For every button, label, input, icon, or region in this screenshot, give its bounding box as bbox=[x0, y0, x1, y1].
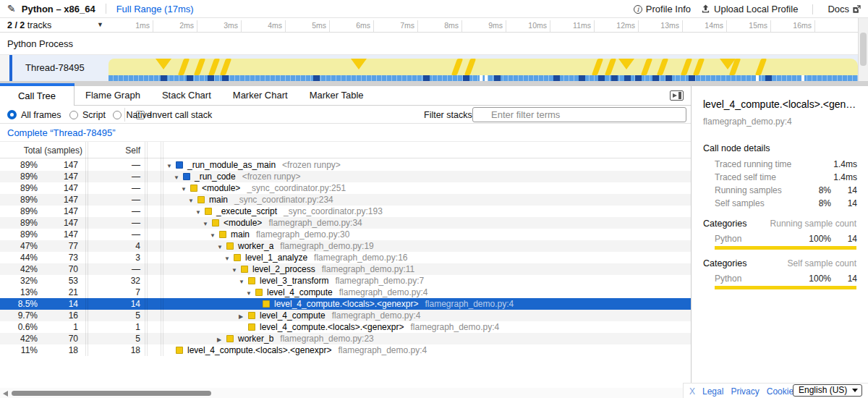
call-tree-row[interactable]: 89%147—▼_run_code<frozen runpy> bbox=[0, 171, 691, 182]
call-tree-row[interactable]: 44%733▼level_1_analyzeflamegraph_demo.py… bbox=[0, 252, 691, 263]
self-samples: — bbox=[132, 159, 140, 171]
full-range-link[interactable]: Full Range (17ms) bbox=[116, 4, 194, 14]
call-tree-row[interactable]: 42%70—▼level_2_processflamegraph_demo.py… bbox=[0, 263, 691, 275]
category-square-icon bbox=[190, 185, 197, 192]
thread-sample-strip[interactable] bbox=[109, 75, 858, 81]
call-tree-row[interactable]: 89%147—▼_run_module_as_main<frozen runpy… bbox=[0, 159, 691, 171]
ruler-tick-label: 2ms bbox=[162, 21, 194, 30]
scroll-left-arrow-icon[interactable] bbox=[3, 391, 8, 397]
category-bar bbox=[715, 246, 856, 250]
column-self[interactable]: Self bbox=[125, 145, 140, 156]
radio-all-frames[interactable]: All frames bbox=[7, 106, 61, 124]
track-marker-icon bbox=[681, 59, 692, 75]
timeline-scrollbar-thumb[interactable] bbox=[860, 33, 867, 66]
timeline-vertical-scrollbar[interactable] bbox=[858, 18, 868, 86]
selected-node-name: level_4_compute.<locals>.<genexpr> bbox=[703, 98, 859, 110]
tab-marker-table[interactable]: Marker Table bbox=[299, 86, 375, 105]
tab-marker-chart[interactable]: Marker Chart bbox=[222, 86, 299, 105]
horizontal-scrollbar-thumb[interactable] bbox=[12, 391, 211, 396]
sample-dark-segment bbox=[313, 75, 320, 81]
total-percent: 89% bbox=[20, 194, 38, 206]
detail-percent: 8% bbox=[819, 185, 831, 195]
call-tree-row[interactable]: 13%217▼level_4_computeflamegraph_demo.py… bbox=[0, 287, 691, 298]
file-location: flamegraph_demo.py:4 bbox=[410, 322, 499, 332]
detail-label: Self samples bbox=[715, 198, 765, 208]
function-name: level_3_transform bbox=[260, 276, 328, 286]
profile-info-button[interactable]: i Profile Info bbox=[634, 4, 691, 14]
column-total-samples[interactable]: Total (samples) bbox=[24, 145, 82, 156]
edit-profile-name-icon[interactable]: ✎ bbox=[7, 4, 16, 14]
file-location: _sync_coordinator.py:193 bbox=[284, 206, 383, 216]
footer-link-legal[interactable]: Legal bbox=[702, 386, 723, 397]
ruler-tick-label: 5ms bbox=[294, 21, 326, 30]
upload-profile-button[interactable]: Upload Local Profile bbox=[701, 4, 798, 14]
call-tree-row[interactable]: 47%774▼worker_aflamegraph_demo.py:19 bbox=[0, 240, 691, 252]
radio-native[interactable]: Native bbox=[113, 106, 151, 124]
filter-stacks-input[interactable] bbox=[472, 107, 686, 122]
call-tree-row[interactable]: 89%147—▼main_sync_coordinator.py:234 bbox=[0, 194, 691, 206]
radio-script[interactable]: Script bbox=[69, 106, 106, 124]
docs-link[interactable]: Docs bbox=[827, 4, 861, 14]
detail-value: 1.4ms bbox=[833, 159, 857, 169]
track-marker-icon bbox=[178, 59, 190, 75]
process-track[interactable]: Python Process bbox=[0, 33, 858, 55]
details-sidebar: level_4_compute.<locals>.<genexpr> flame… bbox=[691, 86, 868, 398]
total-samples: 73 bbox=[69, 252, 78, 263]
call-tree-row[interactable]: 89%147—▼<module>_sync_coordinator.py:251 bbox=[0, 182, 691, 194]
ruler-tick-line bbox=[153, 20, 153, 32]
file-location: flamegraph_demo.py:19 bbox=[280, 241, 373, 251]
call-tree-row[interactable]: 32%5332▼level_3_transformflamegraph_demo… bbox=[0, 275, 691, 287]
self-samples: — bbox=[132, 263, 140, 275]
function-name: _execute_script bbox=[216, 206, 277, 216]
total-percent: 11% bbox=[21, 344, 38, 356]
track-marker-icon bbox=[755, 59, 767, 75]
language-select[interactable]: English (US) bbox=[793, 384, 862, 397]
detail-label: Traced self time bbox=[715, 172, 776, 182]
detail-label: Traced running time bbox=[715, 159, 791, 169]
tab-stack-chart[interactable]: Stack Chart bbox=[151, 86, 222, 105]
self-samples: 7 bbox=[135, 287, 140, 298]
total-samples: 147 bbox=[64, 171, 78, 182]
category-square-icon bbox=[263, 300, 270, 308]
sample-dark-segment bbox=[579, 75, 585, 81]
thread-track[interactable]: Thread-78495 bbox=[0, 55, 858, 81]
breadcrumb[interactable]: Complete “Thread-78495” bbox=[7, 127, 116, 138]
track-marker-icon bbox=[220, 59, 231, 75]
file-location: flamegraph_demo.py:16 bbox=[314, 253, 407, 263]
footer-link-privacy[interactable]: Privacy bbox=[731, 386, 759, 397]
footer-x-link[interactable]: X bbox=[689, 386, 695, 397]
category-square-icon bbox=[183, 173, 190, 180]
call-tree-row[interactable]: 89%147—▼<module>flamegraph_demo.py:34 bbox=[0, 217, 691, 229]
self-samples: 5 bbox=[135, 310, 140, 321]
thread-activity-graph[interactable] bbox=[109, 59, 858, 75]
category-count: 14 bbox=[848, 274, 857, 284]
total-samples: 70 bbox=[69, 333, 78, 344]
file-location: flamegraph_demo.py:4 bbox=[338, 345, 427, 355]
call-node-details-header: Call node details bbox=[703, 143, 770, 153]
tracks-dropdown-icon[interactable]: ▼ bbox=[97, 21, 103, 28]
radio-icon bbox=[113, 111, 122, 119]
total-percent: 0.6% bbox=[18, 321, 38, 333]
horizontal-scrollbar[interactable] bbox=[0, 388, 683, 398]
ruler-tick-label: 7ms bbox=[383, 21, 414, 30]
total-samples: 147 bbox=[64, 217, 78, 229]
call-tree-row[interactable]: 89%147—▼mainflamegraph_demo.py:30 bbox=[0, 229, 691, 240]
file-location: _sync_coordinator.py:234 bbox=[234, 195, 333, 205]
ruler-tick-label: 6ms bbox=[339, 21, 370, 30]
call-tree-row[interactable]: 11%1818level_4_compute.<locals>.<genexpr… bbox=[0, 344, 691, 356]
call-tree-row[interactable]: 89%147—▼_execute_script_sync_coordinator… bbox=[0, 206, 691, 217]
self-samples: 32 bbox=[131, 275, 140, 287]
ruler-tick-line bbox=[726, 20, 727, 32]
self-samples: 5 bbox=[135, 333, 140, 344]
function-name: _run_code bbox=[195, 172, 236, 182]
invert-call-stack-label: Invert call stack bbox=[150, 110, 212, 120]
sidebar-toggle-button[interactable] bbox=[670, 90, 684, 101]
tab-call-tree[interactable]: Call Tree bbox=[0, 86, 75, 106]
call-tree-row[interactable]: 0.6%11level_4_compute.<locals>.<genexpr>… bbox=[0, 321, 691, 333]
call-tree-row[interactable]: 42%705▶worker_bflamegraph_demo.py:23 bbox=[0, 333, 691, 344]
divider bbox=[812, 4, 813, 14]
file-location: flamegraph_demo.py:4 bbox=[425, 299, 514, 309]
tab-flame-graph[interactable]: Flame Graph bbox=[75, 86, 151, 105]
call-tree-row[interactable]: 8.5%1414level_4_compute.<locals>.<genexp… bbox=[0, 298, 691, 310]
call-tree-row[interactable]: 9.7%165▶level_4_computeflamegraph_demo.p… bbox=[0, 310, 691, 321]
